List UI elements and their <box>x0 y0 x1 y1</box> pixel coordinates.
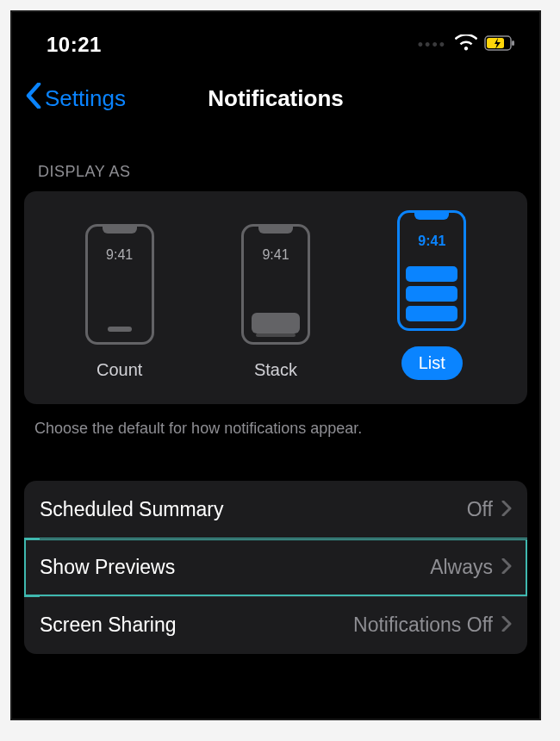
chevron-right-icon <box>501 556 512 579</box>
display-mode-list[interactable]: 9:41 List <box>397 210 466 380</box>
display-mode-count[interactable]: 9:41 Count <box>85 224 154 380</box>
svg-rect-1 <box>512 40 514 46</box>
nav-bar: Settings Notifications <box>12 65 539 137</box>
row-label: Screen Sharing <box>40 613 353 637</box>
count-preview-icon: 9:41 <box>85 224 154 345</box>
stack-preview-icon: 9:41 <box>241 224 310 345</box>
row-value: Always <box>430 556 493 579</box>
list-preview-icon: 9:41 <box>397 210 466 331</box>
count-label: Count <box>96 360 142 380</box>
back-label: Settings <box>45 85 126 112</box>
screen-sharing-row[interactable]: Screen Sharing Notifications Off <box>24 596 527 654</box>
show-previews-row[interactable]: Show Previews Always <box>24 539 527 596</box>
settings-notifications-screen: 10:21 •••• Settings Notification <box>10 10 541 720</box>
status-bar: 10:21 •••• <box>12 12 539 65</box>
row-label: Show Previews <box>40 556 430 579</box>
chevron-right-icon <box>501 498 512 521</box>
wifi-icon <box>455 34 477 55</box>
battery-charging-icon <box>484 35 515 54</box>
display-as-header: DISPLAY AS <box>12 137 539 191</box>
display-as-footer: Choose the default for how notifications… <box>12 404 539 438</box>
page-title: Notifications <box>208 85 343 112</box>
back-button[interactable]: Settings <box>26 83 126 115</box>
more-dots-icon: •••• <box>418 36 446 54</box>
notification-settings-list: Scheduled Summary Off Show Previews Alwa… <box>24 481 527 654</box>
chevron-right-icon <box>501 613 512 637</box>
chevron-left-icon <box>26 83 41 115</box>
status-icons: •••• <box>418 34 515 55</box>
row-value: Off <box>467 498 493 521</box>
display-mode-stack[interactable]: 9:41 Stack <box>241 224 310 380</box>
status-time: 10:21 <box>47 33 102 57</box>
scheduled-summary-row[interactable]: Scheduled Summary Off <box>24 481 527 539</box>
row-label: Scheduled Summary <box>40 498 467 521</box>
row-value: Notifications Off <box>353 613 493 637</box>
list-label: List <box>401 346 463 380</box>
display-as-card: 9:41 Count 9:41 Stack 9:41 List <box>24 191 527 404</box>
stack-label: Stack <box>254 360 297 380</box>
